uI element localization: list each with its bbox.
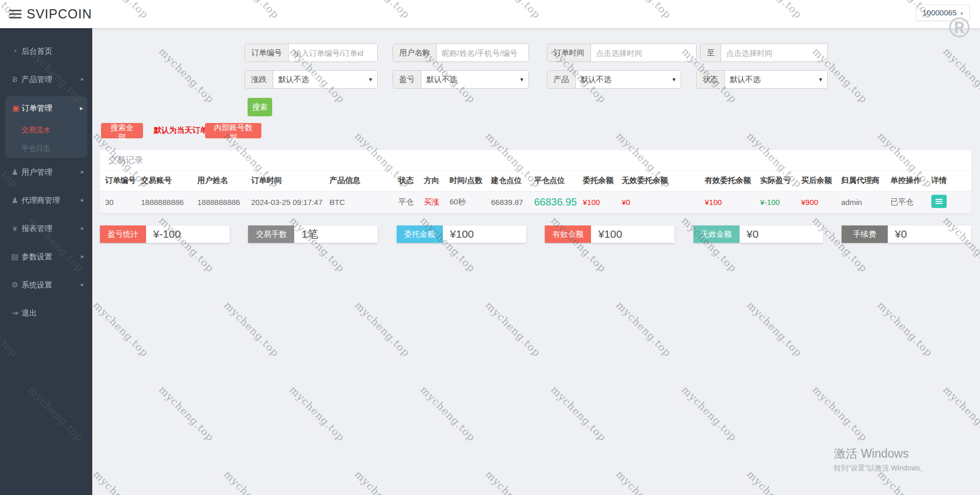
cell-status: 平仓	[393, 191, 419, 213]
col-close-price: 平仓点位	[529, 171, 578, 191]
col-status: 状态	[393, 171, 419, 191]
cell-valid-entrust: ¥100	[700, 191, 755, 213]
reports-icon: ¥	[10, 214, 19, 242]
stat-label: 委托金额	[397, 225, 443, 243]
internal-data-button[interactable]: 内部账号数据	[205, 123, 261, 138]
windows-activation-notice: 激活 Windows 转到“设置”以激活 Windows。	[834, 446, 927, 473]
topbar: SVIPCOIN 10000065▾	[0, 0, 980, 28]
time-end-input[interactable]	[721, 44, 827, 61]
col-order-time: 订单时间	[246, 171, 324, 191]
sidebar-subitem-close-log[interactable]: 平仓日志	[5, 139, 87, 157]
filter-pnl: 盈亏 默认不选 ▾	[393, 70, 529, 89]
table-header-row: 订单编号 交易账号 用户姓名 订单时间 产品信息 状态 方向 时间/点数 建仓点…	[100, 171, 971, 191]
chevron-down-icon: ▾	[819, 71, 822, 88]
stat-value: ¥-100	[146, 225, 230, 243]
sidebar-item-agents[interactable]: ♟ 代理商管理 ▸	[0, 186, 92, 214]
cell-user-name: 1888888886	[192, 191, 246, 213]
activation-title: 激活 Windows	[834, 446, 927, 462]
hamburger-menu-icon[interactable]	[9, 10, 22, 18]
stat-trade-count: 交易手数 1笔	[248, 225, 378, 243]
user-name-input[interactable]	[437, 44, 528, 61]
panel-title: 交易记录	[100, 150, 971, 171]
search-all-button[interactable]: 搜索全部	[101, 123, 143, 138]
filter-updown-label: 涨跌	[245, 71, 273, 88]
orders-icon: ▣	[11, 96, 21, 120]
product-select[interactable]: 默认不选 ▾	[576, 71, 681, 88]
chevron-down-icon: ▾	[520, 71, 523, 88]
stat-pnl-total: 盈亏统计 ¥-100	[100, 225, 230, 243]
search-button[interactable]: 搜索	[248, 98, 272, 116]
today-order-note: 默认为当天订单	[154, 126, 208, 135]
chevron-down-icon: ▾	[369, 71, 372, 88]
col-valid-entrust: 有效委托余额	[700, 171, 755, 191]
filter-product-label: 产品	[547, 71, 576, 88]
agents-icon: ♟	[10, 186, 19, 214]
cell-duration: 60秒	[444, 191, 486, 213]
sidebar-group-orders: ▣ 订单管理 ▸ 交易流水 平仓日志	[5, 96, 87, 158]
sidebar-item-label: 参数设置	[22, 252, 52, 261]
stats-row: 盈亏统计 ¥-100 交易手数 1笔 委托金额 ¥100 有效金额 ¥100 无…	[100, 225, 971, 243]
sidebar-item-label: 产品管理	[22, 75, 52, 84]
sidebar-item-reports[interactable]: ¥ 报表管理 ▸	[0, 214, 92, 242]
sidebar-item-dashboard[interactable]: ◔ 后台首页	[0, 37, 92, 65]
stat-label: 盈亏统计	[100, 225, 146, 243]
sidebar-item-params[interactable]: ▤ 参数设置 ▸	[0, 242, 92, 271]
sidebar-item-logout[interactable]: ⇥ 退出	[0, 299, 92, 327]
sidebar-item-products[interactable]: Ƀ 产品管理 ▸	[0, 65, 92, 93]
filter-status: 状态 默认不选 ▾	[696, 70, 828, 89]
stat-label: 手续费	[842, 225, 888, 243]
stat-fee: 手续费 ¥0	[842, 225, 971, 243]
updown-select[interactable]: 默认不选 ▾	[273, 71, 377, 88]
chevron-right-icon: ▸	[81, 242, 84, 271]
cell-invalid-entrust: ¥0	[617, 191, 700, 213]
cell-control-status: 已平仓	[885, 191, 926, 213]
time-start-input[interactable]	[591, 44, 696, 61]
col-detail: 详情	[926, 171, 971, 191]
filter-order-no: 订单编号	[244, 44, 378, 62]
status-select[interactable]: 默认不选 ▾	[725, 71, 827, 88]
sidebar-item-label: 后台首页	[22, 47, 52, 55]
sidebar-item-label: 报表管理	[22, 224, 52, 233]
sidebar-subitem-trade-flow[interactable]: 交易流水	[5, 120, 87, 139]
chevron-down-icon: ▾	[672, 71, 676, 88]
filter-product: 产品 默认不选 ▾	[547, 70, 681, 89]
chevron-right-icon: ▸	[81, 271, 84, 299]
sidebar-item-label: 系统设置	[22, 280, 52, 289]
cell-close-price: 66836.95	[529, 191, 578, 213]
logout-icon: ⇥	[10, 299, 19, 327]
chevron-right-icon: ▸	[81, 186, 84, 214]
cell-entrust: ¥100	[578, 191, 617, 213]
filter-order-no-label: 订单编号	[245, 44, 289, 61]
list-icon	[935, 199, 943, 200]
cell-order-time: 2024-03-25 09:17:47	[246, 191, 324, 213]
stat-value: ¥100	[591, 225, 675, 243]
dashboard-icon: ◔	[10, 37, 19, 65]
order-no-input[interactable]	[289, 44, 377, 61]
sidebar-item-system[interactable]: ⚙ 系统设置 ▸	[0, 271, 92, 299]
col-duration: 时间/点数	[444, 171, 486, 191]
sidebar-item-users[interactable]: ♟ 用户管理 ▸	[0, 158, 92, 186]
stat-value: ¥0	[888, 225, 971, 243]
pnl-select[interactable]: 默认不选 ▾	[421, 71, 528, 88]
filter-pnl-label: 盈亏	[393, 71, 421, 88]
col-open-price: 建仓点位	[486, 171, 529, 191]
params-icon: ▤	[10, 242, 19, 271]
col-trade-account: 交易账号	[136, 171, 192, 191]
cell-open-price: 66839.87	[486, 191, 529, 213]
col-product: 产品信息	[324, 171, 393, 191]
sidebar-item-label: 用户管理	[22, 168, 52, 176]
stat-value: 1笔	[294, 225, 378, 243]
stat-valid-amount: 有效金额 ¥100	[545, 225, 675, 243]
sidebar-item-orders[interactable]: ▣ 订单管理 ▸	[5, 96, 87, 120]
chevron-right-icon: ▸	[81, 214, 84, 242]
pnl-select-value: 默认不选	[426, 75, 457, 84]
col-user-name: 用户姓名	[192, 171, 246, 191]
detail-button[interactable]	[931, 195, 947, 208]
col-direction: 方向	[419, 171, 444, 191]
filter-user-name-label: 用户名称	[393, 44, 437, 61]
chevron-right-icon: ▸	[81, 158, 84, 186]
chevron-right-icon: ▸	[80, 96, 83, 120]
col-actual-pnl: 实际盈亏	[755, 171, 796, 191]
col-order-no: 订单编号	[100, 171, 136, 191]
brand-logo: SVIPCOIN	[27, 7, 92, 22]
